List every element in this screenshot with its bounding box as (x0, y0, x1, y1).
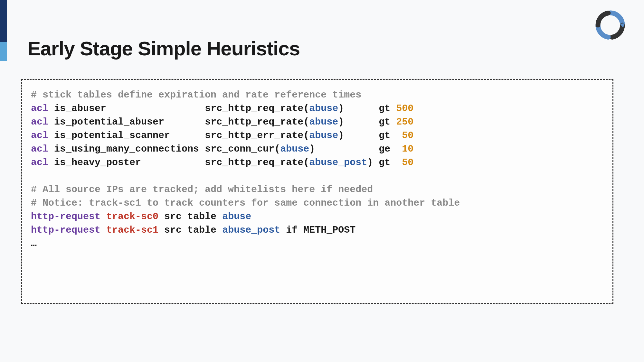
code-track-line: http-request track-sc0 src table abuse (31, 210, 603, 223)
code-acl-line: acl is_potential_abuser src_http_req_rat… (31, 115, 603, 129)
code-comment: # stick tables define expiration and rat… (31, 88, 603, 102)
left-stripe-light (0, 42, 7, 61)
logo-icon (594, 9, 626, 42)
code-track-line: http-request track-sc1 src table abuse_p… (31, 223, 603, 237)
code-acl-line: acl is_abuser src_http_req_rate(abuse) g… (31, 102, 603, 115)
code-acl-line: acl is_using_many_connections src_conn_c… (31, 142, 603, 156)
code-ellipsis: … (31, 237, 603, 250)
code-comment: # All source IPs are tracked; add whitel… (31, 183, 603, 196)
code-box: # stick tables define expiration and rat… (21, 79, 613, 304)
code-acl-line: acl is_heavy_poster src_http_req_rate(ab… (31, 156, 603, 169)
page-title: Early Stage Simple Heuristics (27, 37, 300, 60)
code-comment: # Notice: track-sc1 to track counters fo… (31, 196, 603, 210)
code-acl-line: acl is_potential_scanner src_http_err_ra… (31, 129, 603, 142)
left-stripe-dark (0, 0, 7, 42)
